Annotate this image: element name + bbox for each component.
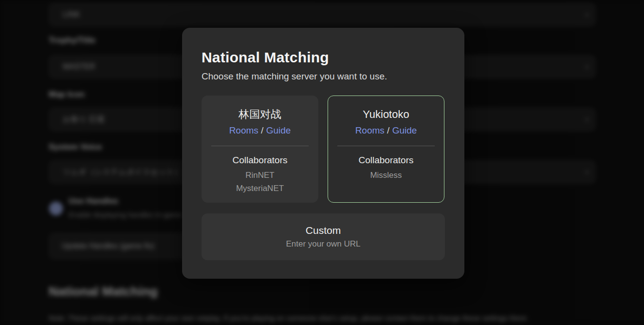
collaborators-list: Missless bbox=[370, 169, 402, 182]
custom-card-subtitle: Enter your own URL bbox=[286, 239, 360, 249]
server-name: Yukiotoko bbox=[363, 108, 409, 121]
collaborators-list: RinNET MysteriaNET bbox=[236, 169, 284, 195]
collaborators-heading: Collaborators bbox=[233, 154, 288, 166]
custom-server-card[interactable]: Custom Enter your own URL bbox=[202, 213, 445, 260]
collaborator-item: MysteriaNET bbox=[236, 182, 284, 195]
collaborator-item: Missless bbox=[370, 169, 402, 182]
collaborator-item: RinNET bbox=[236, 169, 284, 182]
card-divider bbox=[211, 146, 309, 146]
rooms-link[interactable]: Rooms bbox=[355, 125, 385, 135]
link-separator: / bbox=[258, 125, 266, 135]
link-separator: / bbox=[385, 125, 392, 135]
server-links: Rooms / Guide bbox=[355, 124, 417, 137]
server-card-linguo[interactable]: 林国对战 Rooms / Guide Collaborators RinNET … bbox=[202, 96, 318, 203]
server-card-yukiotoko[interactable]: Yukiotoko Rooms / Guide Collaborators Mi… bbox=[328, 96, 444, 203]
card-divider bbox=[337, 146, 435, 146]
rooms-link[interactable]: Rooms bbox=[229, 125, 258, 135]
server-options-row: 林国对战 Rooms / Guide Collaborators RinNET … bbox=[202, 96, 445, 203]
modal-title: National Matching bbox=[202, 49, 445, 66]
server-name: 林国对战 bbox=[239, 108, 281, 121]
custom-card-title: Custom bbox=[306, 225, 341, 236]
guide-link[interactable]: Guide bbox=[392, 125, 417, 135]
server-links: Rooms / Guide bbox=[229, 124, 291, 137]
modal-subtitle: Choose the matching server you want to u… bbox=[202, 71, 445, 82]
national-matching-modal: National Matching Choose the matching se… bbox=[182, 28, 464, 279]
collaborators-heading: Collaborators bbox=[359, 154, 414, 166]
guide-link[interactable]: Guide bbox=[266, 125, 291, 135]
